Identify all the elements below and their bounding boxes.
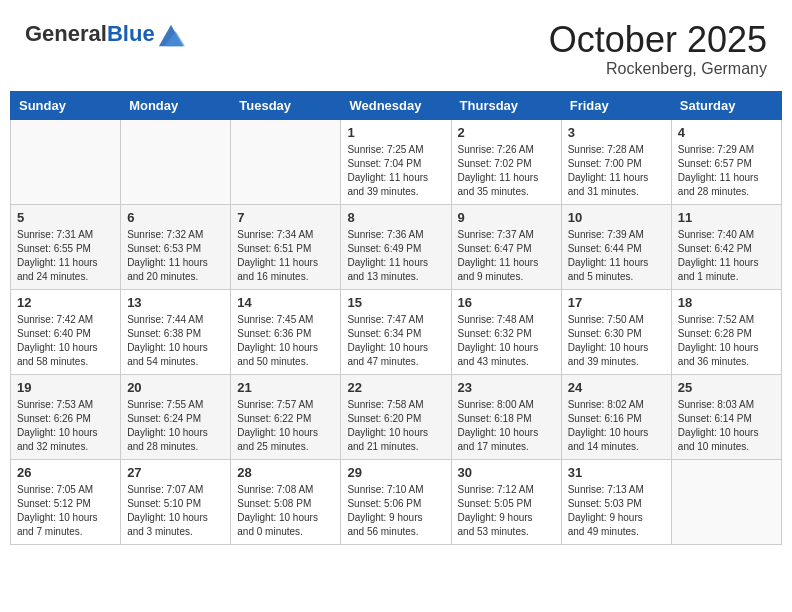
day-info: Sunrise: 7:47 AM Sunset: 6:34 PM Dayligh… — [347, 313, 444, 369]
calendar-cell — [121, 119, 231, 204]
day-info: Sunrise: 7:40 AM Sunset: 6:42 PM Dayligh… — [678, 228, 775, 284]
calendar-cell: 9Sunrise: 7:37 AM Sunset: 6:47 PM Daylig… — [451, 204, 561, 289]
calendar-cell: 23Sunrise: 8:00 AM Sunset: 6:18 PM Dayli… — [451, 374, 561, 459]
day-number: 4 — [678, 125, 775, 140]
day-number: 23 — [458, 380, 555, 395]
calendar-cell: 7Sunrise: 7:34 AM Sunset: 6:51 PM Daylig… — [231, 204, 341, 289]
calendar-cell — [671, 459, 781, 544]
day-number: 24 — [568, 380, 665, 395]
calendar-cell: 4Sunrise: 7:29 AM Sunset: 6:57 PM Daylig… — [671, 119, 781, 204]
day-number: 12 — [17, 295, 114, 310]
day-number: 20 — [127, 380, 224, 395]
calendar-cell: 22Sunrise: 7:58 AM Sunset: 6:20 PM Dayli… — [341, 374, 451, 459]
day-info: Sunrise: 7:44 AM Sunset: 6:38 PM Dayligh… — [127, 313, 224, 369]
calendar-cell: 2Sunrise: 7:26 AM Sunset: 7:02 PM Daylig… — [451, 119, 561, 204]
calendar-week-row: 26Sunrise: 7:05 AM Sunset: 5:12 PM Dayli… — [11, 459, 782, 544]
calendar-cell: 11Sunrise: 7:40 AM Sunset: 6:42 PM Dayli… — [671, 204, 781, 289]
day-info: Sunrise: 7:36 AM Sunset: 6:49 PM Dayligh… — [347, 228, 444, 284]
day-info: Sunrise: 7:52 AM Sunset: 6:28 PM Dayligh… — [678, 313, 775, 369]
day-info: Sunrise: 7:50 AM Sunset: 6:30 PM Dayligh… — [568, 313, 665, 369]
day-info: Sunrise: 7:05 AM Sunset: 5:12 PM Dayligh… — [17, 483, 114, 539]
day-info: Sunrise: 7:48 AM Sunset: 6:32 PM Dayligh… — [458, 313, 555, 369]
day-info: Sunrise: 7:10 AM Sunset: 5:06 PM Dayligh… — [347, 483, 444, 539]
day-number: 21 — [237, 380, 334, 395]
title-block: October 2025 Rockenberg, Germany — [549, 20, 767, 78]
day-info: Sunrise: 7:29 AM Sunset: 6:57 PM Dayligh… — [678, 143, 775, 199]
day-info: Sunrise: 7:57 AM Sunset: 6:22 PM Dayligh… — [237, 398, 334, 454]
day-info: Sunrise: 7:13 AM Sunset: 5:03 PM Dayligh… — [568, 483, 665, 539]
calendar-table: SundayMondayTuesdayWednesdayThursdayFrid… — [10, 91, 782, 545]
logo-blue-text: Blue — [107, 21, 155, 46]
day-number: 30 — [458, 465, 555, 480]
calendar-cell: 3Sunrise: 7:28 AM Sunset: 7:00 PM Daylig… — [561, 119, 671, 204]
calendar-cell: 26Sunrise: 7:05 AM Sunset: 5:12 PM Dayli… — [11, 459, 121, 544]
day-number: 13 — [127, 295, 224, 310]
calendar-cell: 16Sunrise: 7:48 AM Sunset: 6:32 PM Dayli… — [451, 289, 561, 374]
day-number: 17 — [568, 295, 665, 310]
calendar-cell: 17Sunrise: 7:50 AM Sunset: 6:30 PM Dayli… — [561, 289, 671, 374]
day-number: 19 — [17, 380, 114, 395]
day-number: 14 — [237, 295, 334, 310]
day-info: Sunrise: 7:26 AM Sunset: 7:02 PM Dayligh… — [458, 143, 555, 199]
day-info: Sunrise: 7:58 AM Sunset: 6:20 PM Dayligh… — [347, 398, 444, 454]
calendar-cell: 10Sunrise: 7:39 AM Sunset: 6:44 PM Dayli… — [561, 204, 671, 289]
weekday-header: Friday — [561, 91, 671, 119]
day-info: Sunrise: 7:28 AM Sunset: 7:00 PM Dayligh… — [568, 143, 665, 199]
day-number: 26 — [17, 465, 114, 480]
calendar-cell: 31Sunrise: 7:13 AM Sunset: 5:03 PM Dayli… — [561, 459, 671, 544]
day-info: Sunrise: 8:00 AM Sunset: 6:18 PM Dayligh… — [458, 398, 555, 454]
day-number: 15 — [347, 295, 444, 310]
weekday-header: Thursday — [451, 91, 561, 119]
calendar-cell: 29Sunrise: 7:10 AM Sunset: 5:06 PM Dayli… — [341, 459, 451, 544]
calendar-cell: 6Sunrise: 7:32 AM Sunset: 6:53 PM Daylig… — [121, 204, 231, 289]
day-info: Sunrise: 7:34 AM Sunset: 6:51 PM Dayligh… — [237, 228, 334, 284]
day-info: Sunrise: 7:32 AM Sunset: 6:53 PM Dayligh… — [127, 228, 224, 284]
day-number: 5 — [17, 210, 114, 225]
day-info: Sunrise: 7:45 AM Sunset: 6:36 PM Dayligh… — [237, 313, 334, 369]
day-number: 16 — [458, 295, 555, 310]
day-number: 27 — [127, 465, 224, 480]
day-info: Sunrise: 7:25 AM Sunset: 7:04 PM Dayligh… — [347, 143, 444, 199]
day-number: 10 — [568, 210, 665, 225]
calendar-cell: 14Sunrise: 7:45 AM Sunset: 6:36 PM Dayli… — [231, 289, 341, 374]
calendar-cell: 30Sunrise: 7:12 AM Sunset: 5:05 PM Dayli… — [451, 459, 561, 544]
calendar-cell: 19Sunrise: 7:53 AM Sunset: 6:26 PM Dayli… — [11, 374, 121, 459]
day-info: Sunrise: 7:12 AM Sunset: 5:05 PM Dayligh… — [458, 483, 555, 539]
day-number: 31 — [568, 465, 665, 480]
day-number: 7 — [237, 210, 334, 225]
logo: GeneralBlue — [25, 20, 185, 48]
calendar-cell: 24Sunrise: 8:02 AM Sunset: 6:16 PM Dayli… — [561, 374, 671, 459]
page-header: GeneralBlue October 2025 Rockenberg, Ger… — [10, 10, 782, 83]
day-number: 29 — [347, 465, 444, 480]
day-number: 11 — [678, 210, 775, 225]
calendar-week-row: 12Sunrise: 7:42 AM Sunset: 6:40 PM Dayli… — [11, 289, 782, 374]
calendar-cell — [11, 119, 121, 204]
day-number: 9 — [458, 210, 555, 225]
calendar-cell: 21Sunrise: 7:57 AM Sunset: 6:22 PM Dayli… — [231, 374, 341, 459]
day-number: 2 — [458, 125, 555, 140]
weekday-header: Wednesday — [341, 91, 451, 119]
calendar-cell: 5Sunrise: 7:31 AM Sunset: 6:55 PM Daylig… — [11, 204, 121, 289]
day-info: Sunrise: 7:42 AM Sunset: 6:40 PM Dayligh… — [17, 313, 114, 369]
logo-general-text: General — [25, 21, 107, 46]
calendar-cell: 15Sunrise: 7:47 AM Sunset: 6:34 PM Dayli… — [341, 289, 451, 374]
calendar-week-row: 5Sunrise: 7:31 AM Sunset: 6:55 PM Daylig… — [11, 204, 782, 289]
calendar-cell: 8Sunrise: 7:36 AM Sunset: 6:49 PM Daylig… — [341, 204, 451, 289]
calendar-cell: 20Sunrise: 7:55 AM Sunset: 6:24 PM Dayli… — [121, 374, 231, 459]
logo-icon — [157, 20, 185, 48]
day-number: 18 — [678, 295, 775, 310]
weekday-header: Sunday — [11, 91, 121, 119]
day-info: Sunrise: 7:07 AM Sunset: 5:10 PM Dayligh… — [127, 483, 224, 539]
day-info: Sunrise: 8:03 AM Sunset: 6:14 PM Dayligh… — [678, 398, 775, 454]
calendar-cell: 13Sunrise: 7:44 AM Sunset: 6:38 PM Dayli… — [121, 289, 231, 374]
month-title: October 2025 — [549, 20, 767, 60]
calendar-cell: 18Sunrise: 7:52 AM Sunset: 6:28 PM Dayli… — [671, 289, 781, 374]
weekday-header-row: SundayMondayTuesdayWednesdayThursdayFrid… — [11, 91, 782, 119]
day-info: Sunrise: 7:08 AM Sunset: 5:08 PM Dayligh… — [237, 483, 334, 539]
day-number: 6 — [127, 210, 224, 225]
day-info: Sunrise: 7:37 AM Sunset: 6:47 PM Dayligh… — [458, 228, 555, 284]
location-subtitle: Rockenberg, Germany — [549, 60, 767, 78]
calendar-cell: 1Sunrise: 7:25 AM Sunset: 7:04 PM Daylig… — [341, 119, 451, 204]
day-number: 28 — [237, 465, 334, 480]
day-info: Sunrise: 7:53 AM Sunset: 6:26 PM Dayligh… — [17, 398, 114, 454]
